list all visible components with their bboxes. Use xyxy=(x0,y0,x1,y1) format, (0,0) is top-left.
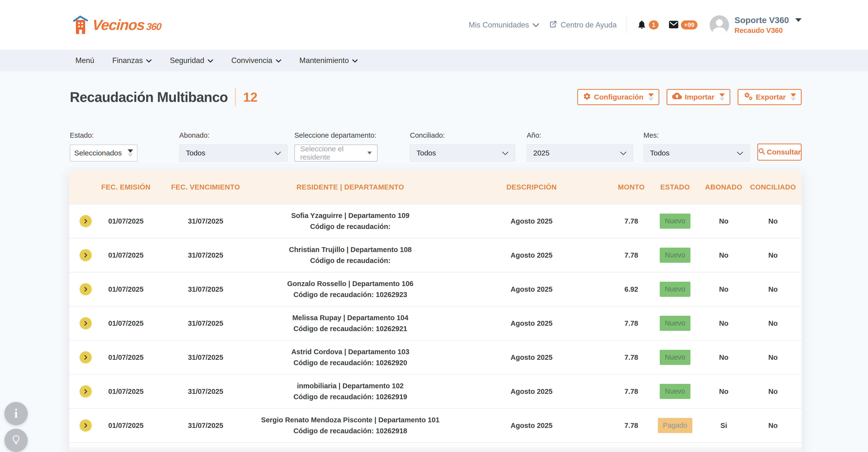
cell-fec-vencimiento: 31/07/2025 xyxy=(158,388,253,396)
cell-descripcion: Agosto 2025 xyxy=(447,422,616,430)
chevron-down-icon xyxy=(146,56,152,65)
messages-button[interactable]: +99 xyxy=(668,20,698,30)
chevron-down-icon xyxy=(737,149,743,157)
my-communities-menu[interactable]: Mis Comunidades xyxy=(469,21,539,29)
estado-value: Seleccionados xyxy=(74,149,122,157)
nav-item-menu[interactable]: Menú xyxy=(75,56,94,65)
status-badge: Nuevo xyxy=(660,316,690,331)
table-row: 01/07/2025 31/07/2025 Astrid Cordova | D… xyxy=(69,340,802,374)
cell-estado: Nuevo xyxy=(647,384,703,399)
cell-abonado: No xyxy=(703,320,744,327)
consultar-button[interactable]: Consultar xyxy=(757,144,802,160)
nav-item-seguridad[interactable]: Seguridad xyxy=(170,56,213,65)
exportar-button[interactable]: Exportar xyxy=(738,89,802,105)
status-badge: Pagado xyxy=(658,418,692,433)
header-divider xyxy=(626,17,627,33)
cell-estado: Pagado xyxy=(647,418,703,433)
conciliado-select[interactable]: Todos xyxy=(410,145,515,161)
expand-row-button[interactable] xyxy=(80,385,92,397)
chevron-down-icon xyxy=(208,56,213,65)
expand-row-button[interactable] xyxy=(80,351,92,363)
bell-icon xyxy=(637,20,647,31)
help-center-link[interactable]: Centro de Ayuda xyxy=(549,20,617,30)
header-conciliado: CONCILIADO xyxy=(744,183,802,191)
codigo-recaudacion: Código de recaudación: 10262919 xyxy=(253,391,447,402)
cell-abonado: Si xyxy=(703,422,744,430)
brand-name: Vecinos360 xyxy=(92,17,162,33)
gears-icon xyxy=(743,92,753,102)
avatar xyxy=(710,15,729,35)
page-title: Recaudación Multibanco xyxy=(70,89,228,105)
configuracion-label: Configuración xyxy=(594,93,644,101)
consultar-label: Consultar xyxy=(767,148,801,156)
cell-descripcion: Agosto 2025 xyxy=(447,251,616,259)
chevron-down-icon xyxy=(276,56,281,65)
expand-row-button[interactable] xyxy=(80,215,92,227)
status-badge: Nuevo xyxy=(660,282,690,297)
nav-label: Menú xyxy=(75,56,94,65)
user-name: Soporte V360 xyxy=(735,15,802,25)
abonado-label: Abonado: xyxy=(179,131,287,140)
expand-row-button[interactable] xyxy=(80,249,92,261)
notifications-button[interactable]: 1 xyxy=(637,20,658,31)
brand-suffix: 360 xyxy=(146,21,161,32)
residente-name: Melissa Rupay | Departamento 104 xyxy=(253,312,447,323)
nav-item-finanzas[interactable]: Finanzas xyxy=(113,56,152,65)
cell-monto: 7.78 xyxy=(616,217,647,225)
cell-fec-vencimiento: 31/07/2025 xyxy=(158,354,253,362)
expand-row-button[interactable] xyxy=(80,283,92,295)
estado-dropdown[interactable]: Seleccionados xyxy=(70,145,137,161)
expand-row-button[interactable] xyxy=(80,419,92,431)
lightbulb-icon xyxy=(10,434,22,446)
cell-descripcion: Agosto 2025 xyxy=(447,217,616,225)
nav-item-convivencia[interactable]: Convivencia xyxy=(231,56,281,65)
residente-name: Sergio Renato Mendoza Pisconte | Departa… xyxy=(253,415,447,425)
cell-abonado: No xyxy=(703,251,744,259)
cell-monto: 6.92 xyxy=(616,285,647,293)
info-fab-button[interactable]: i xyxy=(4,402,28,425)
header-fec-vencimiento: FEC. VENCIMIENTO xyxy=(158,183,253,191)
top-right-controls: Mis Comunidades Centro de Ayuda 1 xyxy=(469,15,802,35)
filter-consultar: Consultar xyxy=(757,144,802,160)
anio-value: 2025 xyxy=(533,149,550,157)
envelope-icon xyxy=(668,20,679,30)
mes-select[interactable]: Todos xyxy=(644,145,750,161)
configuracion-button[interactable]: Configuración xyxy=(577,89,659,105)
cell-fec-emision: 01/07/2025 xyxy=(94,320,158,327)
cell-monto: 7.78 xyxy=(616,422,647,430)
departamento-label: Seleccione departamento: xyxy=(294,131,378,140)
cell-monto: 7.78 xyxy=(616,388,647,396)
lightbulb-fab-button[interactable] xyxy=(4,429,28,452)
codigo-recaudacion: Código de recaudación: 10262918 xyxy=(253,425,447,436)
abonado-select[interactable]: Todos xyxy=(179,145,287,161)
main-navbar: Menú Finanzas Seguridad Convivencia Mant… xyxy=(0,50,868,71)
notifications-count-badge: 1 xyxy=(649,21,658,29)
abonado-value: Todos xyxy=(186,149,205,157)
cell-conciliado: No xyxy=(744,285,802,293)
cell-abonado: No xyxy=(703,285,744,293)
cell-conciliado: No xyxy=(744,217,802,225)
anio-select[interactable]: 2025 xyxy=(527,145,633,161)
header-monto: MONTO xyxy=(616,183,647,191)
cell-conciliado: No xyxy=(744,320,802,327)
departamento-select[interactable]: Seleccione el residente xyxy=(294,145,378,161)
brand-logo[interactable]: Vecinos360 xyxy=(73,14,161,35)
conciliado-value: Todos xyxy=(416,149,436,157)
departamento-placeholder: Seleccione el residente xyxy=(300,145,367,161)
cell-fec-vencimiento: 31/07/2025 xyxy=(158,320,253,327)
app-viewport: Vecinos360 Mis Comunidades Centro de Ayu… xyxy=(0,0,868,452)
importar-button[interactable]: Importar xyxy=(666,89,730,105)
cell-estado: Nuevo xyxy=(647,350,703,365)
user-profile-menu[interactable]: Soporte V360 Recaudo V360 xyxy=(710,15,802,35)
cell-fec-emision: 01/07/2025 xyxy=(94,217,158,225)
nav-label: Convivencia xyxy=(231,56,273,65)
nav-item-mantenimiento[interactable]: Mantenimiento xyxy=(300,56,358,65)
chevron-down-icon xyxy=(532,21,539,29)
mes-value: Todos xyxy=(650,149,670,157)
cell-descripcion: Agosto 2025 xyxy=(447,320,616,327)
table-header-row: FEC. EMISIÓN FEC. VENCIMIENTO RESIDENTE … xyxy=(69,170,802,204)
cell-abonado: No xyxy=(703,354,744,362)
expand-row-button[interactable] xyxy=(80,317,92,329)
top-header: Vecinos360 Mis Comunidades Centro de Ayu… xyxy=(0,0,868,50)
nav-label: Finanzas xyxy=(113,56,143,65)
